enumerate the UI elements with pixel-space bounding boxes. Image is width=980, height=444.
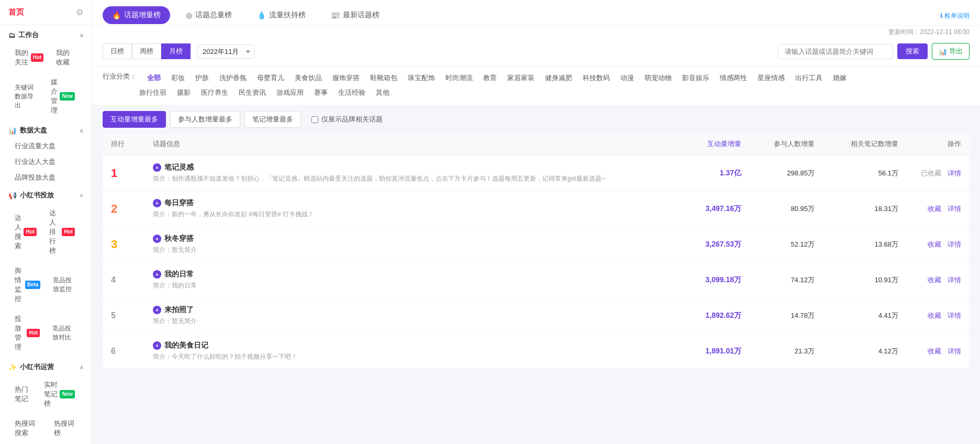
category-tag-travel[interactable]: 旅行住宿 — [134, 86, 172, 99]
period-btn-weekly[interactable]: 周榜 — [132, 43, 161, 59]
action-detail[interactable]: 详情 — [948, 205, 961, 213]
sidebar-item-hot-search-rank[interactable]: 热搜词榜 — [54, 416, 83, 441]
table-row: 6 + 我的美食日记 简介：今天吃了什么好吃的？拍个视频分享一下吧！ 1,891… — [103, 334, 970, 369]
category-tag-shoes[interactable]: 鞋靴箱包 — [365, 72, 403, 84]
metric-participants: 21.3万 — [795, 347, 815, 355]
category-tag-other[interactable]: 其他 — [371, 86, 395, 99]
section-ops-header[interactable]: ✨ 小红书运营 ∧ — [0, 357, 92, 375]
action-collect[interactable]: 收藏 — [928, 240, 941, 248]
category-tag-emotion[interactable]: 情感两性 — [715, 72, 752, 84]
collapse-icon[interactable]: « — [80, 192, 83, 199]
category-tag-photo[interactable]: 摄影 — [172, 86, 196, 99]
topic-desc: 简介：创作遇瓶颈不知道发啥？别担心，「笔记灵感」精选站内最受关注的选题，助你直冲… — [153, 174, 658, 183]
section-workbench-header[interactable]: 🗂 工作台 ∧ — [0, 25, 92, 43]
sidebar-item-hot-notes[interactable]: 热门笔记 — [15, 377, 40, 412]
category-tag-parenting[interactable]: 母婴育儿 — [252, 72, 289, 84]
topic-title: 笔记灵感 — [164, 163, 194, 172]
brand-filter-label[interactable]: 仅展示品牌相关话题 — [311, 115, 383, 124]
settings-icon[interactable]: ⚙ — [76, 7, 83, 17]
category-tag-astrology[interactable]: 星座情感 — [752, 72, 790, 84]
section-data-header[interactable]: 📊 数据大盘 ∧ — [0, 120, 92, 138]
period-btn-monthly[interactable]: 月榜 — [161, 43, 191, 59]
category-tag-games[interactable]: 游戏应用 — [271, 86, 309, 99]
category-tag-entertainment[interactable]: 影音娱乐 — [677, 72, 715, 84]
sidebar-item-brand-placement[interactable]: 品牌投放大盘 — [0, 170, 92, 185]
sidebar-item-my-collect[interactable]: 我的收藏 — [56, 45, 83, 70]
category-tag-jewelry[interactable]: 珠宝配饰 — [403, 72, 440, 84]
sub-tab-interaction[interactable]: 互动量增量最多 — [103, 111, 166, 128]
sidebar-item-realtime-notes[interactable]: 实时笔记榜 New — [44, 377, 83, 412]
action-detail[interactable]: 详情 — [948, 240, 961, 248]
date-select[interactable]: 2022年11月 — [197, 45, 254, 59]
category-tag-skincare[interactable]: 护肤 — [190, 72, 214, 84]
sidebar-item-competitor-compare[interactable]: 竞品投放对比 — [52, 311, 83, 355]
actions-cell: 收藏 详情 — [907, 191, 970, 227]
category-tag-home[interactable]: 家居家装 — [502, 72, 540, 84]
category-tag-makeup[interactable]: 彩妆 — [166, 72, 190, 84]
sub-tab-notes[interactable]: 笔记增量最多 — [244, 111, 301, 128]
action-detail[interactable]: 详情 — [948, 312, 961, 319]
tab-flow[interactable]: 💧 流量扶持榜 — [248, 6, 315, 25]
action-detail[interactable]: 详情 — [948, 347, 961, 355]
table-row: 4 + 我的日常 简介：我的日常 3,099.18万 74.12万 10.91万… — [103, 262, 970, 298]
category-tag-tech[interactable]: 科技数码 — [577, 72, 615, 84]
metric3-cell: 4.12万 — [823, 334, 907, 369]
action-detail[interactable]: 详情 — [948, 169, 961, 177]
sidebar-item-competitor-monitor[interactable]: 竞品投放监控 — [53, 263, 83, 307]
action-collect[interactable]: 收藏 — [928, 312, 941, 319]
rank-number: 5 — [111, 311, 116, 320]
tab-total[interactable]: ◎ 话题总量榜 — [176, 6, 241, 25]
category-tag-wedding[interactable]: 婚嫁 — [828, 72, 852, 84]
category-tag-food[interactable]: 美食饮品 — [289, 72, 327, 84]
action-collect[interactable]: 已收藏 — [921, 169, 941, 177]
category-tag-fitness[interactable]: 健身减肥 — [540, 72, 577, 84]
category-tag-anime[interactable]: 动漫 — [615, 72, 639, 84]
info-icon: ℹ — [940, 12, 943, 19]
tab-increase[interactable]: 🔥 话题增量榜 — [103, 6, 170, 24]
topic-desc: 简介：今天吃了什么好吃的？拍个视频分享一下吧！ — [153, 352, 658, 361]
sidebar-item-industry-traffic[interactable]: 行业流量大盘 — [0, 138, 92, 154]
metric-participants: 80.95万 — [790, 205, 815, 213]
category-tag-trendy[interactable]: 时尚潮流 — [440, 72, 478, 84]
period-btn-daily[interactable]: 日榜 — [103, 43, 132, 59]
action-collect[interactable]: 收藏 — [928, 205, 941, 213]
category-bar: 行业分类： 全部 彩妆 护肤 洗护香氛 母婴育儿 美食饮品 服饰穿搭 鞋靴箱包 … — [92, 66, 980, 106]
sidebar-item-kol-search[interactable]: 达人搜索 Hot — [15, 205, 45, 259]
metric2-cell: 21.3万 — [750, 334, 823, 369]
category-tag-pets[interactable]: 萌宠动物 — [639, 72, 677, 84]
category-tag-transport[interactable]: 出行工具 — [790, 72, 828, 84]
search-button[interactable]: 搜索 — [897, 43, 928, 59]
sidebar-item-sentiment[interactable]: 舆情监控 Beta — [15, 263, 49, 307]
action-detail[interactable]: 详情 — [948, 276, 961, 284]
sidebar-item-kol-rank[interactable]: 达人排行榜 Hot — [49, 205, 83, 259]
sidebar-item-my-follow[interactable]: 我的关注 Hot — [15, 45, 52, 70]
category-tag-all[interactable]: 全部 — [142, 72, 166, 84]
category-tag-life[interactable]: 生活经验 — [333, 86, 371, 99]
category-tag-education[interactable]: 教育 — [478, 72, 502, 84]
metric3-cell: 56.1万 — [823, 156, 907, 191]
action-collect[interactable]: 收藏 — [928, 347, 941, 355]
table-row: 2 + 每日穿搭 简介：新的一年，勇从长向你发起 #每日穿搭# 打卡挑战！ 3,… — [103, 191, 970, 227]
tab-latest[interactable]: 📰 最新话题榜 — [321, 6, 389, 25]
category-tag-news[interactable]: 民生资讯 — [233, 86, 271, 99]
category-tag-fashion[interactable]: 服饰穿搭 — [327, 72, 365, 84]
metric-participants: 52.12万 — [790, 240, 815, 248]
category-tag-health[interactable]: 医疗养生 — [196, 86, 233, 99]
action-collect[interactable]: 收藏 — [928, 276, 941, 284]
category-tag-sports[interactable]: 赛事 — [309, 86, 333, 99]
section-invest-header[interactable]: 📢 小红书投放 « — [0, 185, 92, 203]
sidebar-item-keyword-export[interactable]: 关键词数据导出 — [15, 74, 47, 118]
topic-cell: + 我的日常 简介：我的日常 — [144, 262, 666, 298]
metric-interaction: 1,891.01万 — [706, 347, 742, 355]
th-interaction[interactable]: 互动量增量 — [666, 133, 750, 156]
sidebar-item-hot-search[interactable]: 热搜词搜索 — [15, 416, 50, 441]
search-input[interactable] — [778, 44, 893, 59]
brand-filter-checkbox[interactable] — [311, 116, 318, 123]
sidebar-item-placement-manage[interactable]: 投放管理 Hot — [15, 311, 48, 355]
sidebar-item-media-manage[interactable]: 媒介管理 New — [51, 74, 83, 118]
category-tag-fragrance[interactable]: 洗护香氛 — [214, 72, 252, 84]
checklist-link[interactable]: ℹ 检单说明 — [940, 12, 970, 20]
sub-tab-participants[interactable]: 参与人数增量最多 — [170, 111, 240, 128]
export-button[interactable]: 📊 导出 — [932, 43, 970, 60]
sidebar-item-industry-kol[interactable]: 行业达人大盘 — [0, 154, 92, 170]
